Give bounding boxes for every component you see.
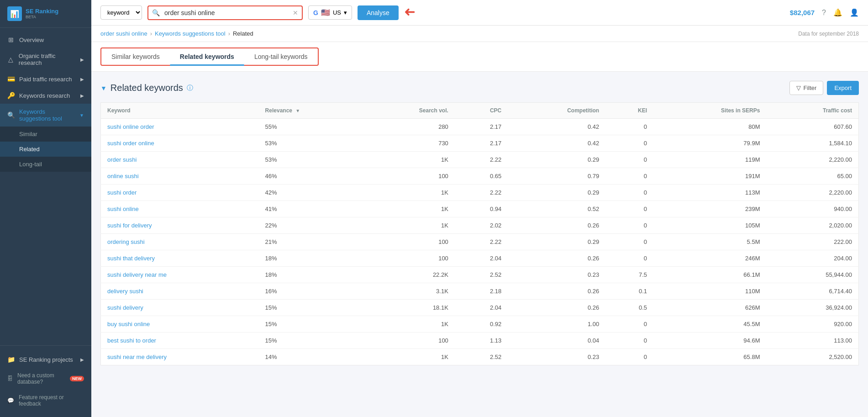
search-input[interactable]: [163, 6, 290, 19]
traffic-cell: 940.00: [766, 201, 858, 217]
flag-icon: 🇺🇸: [321, 8, 330, 17]
sidebar-sub-similar[interactable]: Similar: [0, 127, 91, 142]
sidebar-item-paid[interactable]: 💳 Paid traffic research ▶: [0, 71, 91, 87]
sites-cell: 191M: [653, 168, 766, 185]
keyword-link[interactable]: delivery sushi: [107, 288, 143, 295]
competition-cell: 0.29: [508, 152, 605, 168]
sidebar-item-suggestions[interactable]: 🔍 Keywords suggestions tool ▼: [0, 104, 91, 127]
brand-name: SE Ranking: [26, 8, 58, 15]
overview-icon: ⊞: [7, 36, 15, 43]
keyword-link[interactable]: sushi delivery: [107, 304, 143, 311]
breadcrumb-tool[interactable]: Keywords suggestions tool: [155, 30, 226, 37]
searchvol-cell: 18.1K: [363, 300, 455, 316]
sidebar-item-feedback[interactable]: 💬 Feature request or feedback: [0, 390, 91, 412]
keyword-link[interactable]: sushi order online: [107, 140, 154, 147]
keyword-link[interactable]: sushi delivery near me: [107, 271, 167, 278]
cpc-cell: 2.04: [455, 250, 508, 267]
sidebar-item-label: Feature request or feedback: [19, 394, 84, 407]
traffic-cell: 607.60: [766, 119, 858, 135]
kei-cell: 0: [605, 217, 653, 234]
keyword-link[interactable]: sushi that delivery: [107, 255, 155, 262]
keyword-link[interactable]: online sushi: [107, 173, 139, 179]
beta-badge: BETA: [26, 15, 58, 20]
keyword-link[interactable]: sushi online order: [107, 123, 154, 130]
kei-cell: 0: [605, 135, 653, 152]
competition-cell: 0.26: [508, 283, 605, 300]
kei-cell: 0: [605, 333, 653, 349]
searchvol-cell: 1K: [363, 201, 455, 217]
sidebar-item-label: SE Ranking projects: [19, 356, 73, 363]
relevance-cell: 53%: [259, 135, 363, 152]
cpc-cell: 2.17: [455, 135, 508, 152]
traffic-cell: 6,714.40: [766, 283, 858, 300]
cpc-cell: 2.22: [455, 234, 508, 250]
relevance-cell: 15%: [259, 333, 363, 349]
searchvol-cell: 1K: [363, 349, 455, 365]
analyse-button[interactable]: Analyse: [358, 5, 399, 20]
info-icon[interactable]: ⓘ: [187, 84, 193, 92]
sites-cell: 113M: [653, 185, 766, 201]
col-sites: Sites in SERPs: [653, 103, 766, 119]
clear-icon[interactable]: ✕: [293, 9, 298, 16]
sidebar-item-keywords[interactable]: 🔑 Keywords research ▶: [0, 87, 91, 104]
keyword-link[interactable]: sushi order: [107, 189, 137, 196]
export-button[interactable]: Export: [827, 81, 859, 95]
sidebar-item-custom-db[interactable]: 🗄 Need a custom database? NEW: [0, 368, 91, 390]
help-icon[interactable]: ?: [822, 9, 826, 17]
filter-button[interactable]: ▽ Filter: [789, 81, 824, 95]
tabs-section: Similar keywords Related keywords Long-t…: [91, 42, 868, 72]
sites-cell: 626M: [653, 300, 766, 316]
keyword-link[interactable]: ordering sushi: [107, 238, 145, 245]
tab-longtail[interactable]: Long-tail keywords: [244, 48, 318, 65]
section-title: ▼ Related keywords ⓘ: [100, 83, 193, 93]
cpc-cell: 0.65: [455, 168, 508, 185]
user-icon[interactable]: 👤: [850, 8, 859, 17]
triangle-down-icon: ▼: [100, 84, 107, 92]
col-searchvol: Search vol.: [363, 103, 455, 119]
feedback-icon: 💬: [7, 397, 14, 404]
sidebar-item-projects[interactable]: 📁 SE Ranking projects ▶: [0, 351, 91, 368]
col-kei: KEI: [605, 103, 653, 119]
sidebar-item-overview[interactable]: ⊞ Overview: [0, 32, 91, 48]
content-area: ▼ Related keywords ⓘ ▽ Filter Export Key…: [91, 72, 868, 417]
arrow-indicator: ➜: [404, 5, 416, 21]
competition-cell: 0.52: [508, 201, 605, 217]
sidebar: 📊 SE Ranking BETA ⊞ Overview △ Organic t…: [0, 0, 91, 417]
sort-icon: ▼: [295, 108, 300, 113]
sites-cell: 65.8M: [653, 349, 766, 365]
notifications-icon[interactable]: 🔔: [833, 8, 842, 17]
tab-related[interactable]: Related keywords: [170, 48, 244, 65]
searchvol-cell: 1K: [363, 316, 455, 333]
searchvol-cell: 1K: [363, 185, 455, 201]
new-badge: NEW: [70, 376, 84, 381]
keyword-link[interactable]: best sushi to order: [107, 337, 156, 344]
keyword-link[interactable]: sushi near me delivery: [107, 354, 167, 360]
sites-cell: 80M: [653, 119, 766, 135]
breadcrumb-root[interactable]: order sushi online: [100, 30, 147, 37]
organic-icon: △: [7, 56, 14, 63]
sidebar-item-organic[interactable]: △ Organic traffic research ▶: [0, 48, 91, 71]
engine-selector[interactable]: G 🇺🇸 US ▾: [308, 5, 352, 20]
keyword-link[interactable]: sushi for delivery: [107, 222, 152, 229]
tab-similar[interactable]: Similar keywords: [101, 48, 170, 65]
sidebar-nav: ⊞ Overview △ Organic traffic research ▶ …: [0, 28, 91, 345]
cpc-cell: 2.17: [455, 119, 508, 135]
competition-cell: 0.42: [508, 135, 605, 152]
breadcrumb-current: Related: [233, 30, 253, 37]
suggestions-icon: 🔍: [7, 111, 15, 119]
search-type-select[interactable]: keyword domain url: [100, 5, 142, 20]
keyword-link[interactable]: order sushi: [107, 156, 137, 163]
searchvol-cell: 100: [363, 234, 455, 250]
balance-display: $82,067: [790, 9, 815, 16]
sidebar-sub-related[interactable]: Related: [0, 142, 91, 157]
col-relevance[interactable]: Relevance ▼: [259, 103, 363, 119]
keyword-link[interactable]: sushi online: [107, 206, 139, 212]
keyword-link[interactable]: buy sushi online: [107, 321, 150, 327]
keyword-cell: order sushi: [101, 152, 259, 168]
sidebar-sub-longtail[interactable]: Long-tail: [0, 157, 91, 172]
breadcrumb-bar: order sushi online › Keywords suggestion…: [91, 26, 868, 42]
relevance-cell: 21%: [259, 234, 363, 250]
sidebar-item-label: Paid traffic research: [19, 76, 72, 83]
breadcrumb-separator: ›: [228, 30, 230, 37]
cpc-cell: 2.22: [455, 152, 508, 168]
